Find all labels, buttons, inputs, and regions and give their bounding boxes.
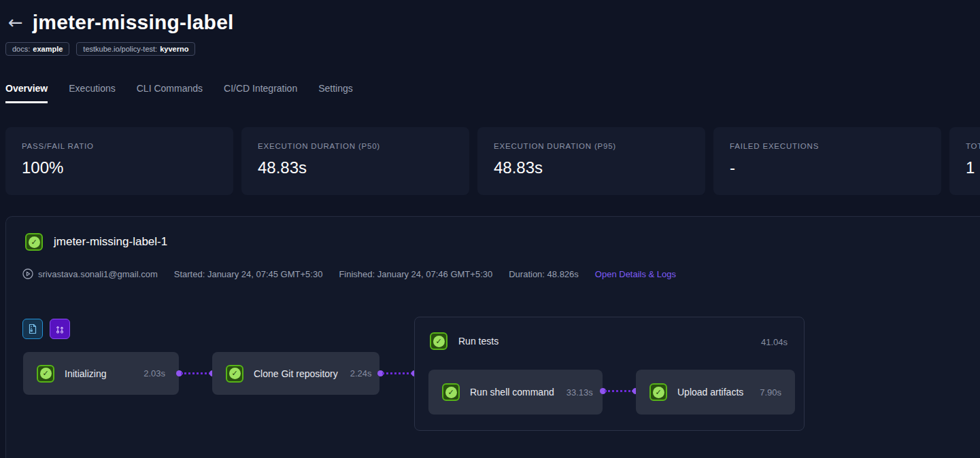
git-compare-icon xyxy=(54,323,65,334)
status-success-icon: ✓ xyxy=(430,332,447,350)
step-label: Clone Git repository xyxy=(254,368,338,379)
label-value: kyverno xyxy=(160,45,188,53)
workflow-step-run-shell-command[interactable]: ✓ Run shell command 33.13s xyxy=(428,370,603,415)
check-icon: ✓ xyxy=(445,387,457,398)
check-icon: ✓ xyxy=(653,387,664,398)
metric-label: FAILED EXECUTIONS xyxy=(730,142,925,150)
step-duration: 2.03s xyxy=(131,368,165,378)
status-success-icon: ✓ xyxy=(442,383,460,401)
latest-execution-panel: ✓ jmeter-missing-label-1 srivastava.sona… xyxy=(5,216,980,458)
tab-cli-commands[interactable]: CLI Commands xyxy=(137,83,203,103)
play-circle-icon xyxy=(22,268,33,279)
tab-bar: Overview Executions CLI Commands CI/CD I… xyxy=(0,56,980,103)
metric-value: - xyxy=(730,158,925,177)
back-arrow-icon: ← xyxy=(8,12,23,33)
runner-email: srivastava.sonali1@gmail.com xyxy=(38,269,158,279)
metric-value: 1 xyxy=(966,158,980,177)
step-label: Upload artifacts xyxy=(677,387,743,398)
group-header-run-tests[interactable]: ✓ Run tests xyxy=(430,332,499,350)
step-connector xyxy=(176,370,216,377)
metric-label: PASS/FAIL RATIO xyxy=(22,142,217,150)
check-icon: ✓ xyxy=(40,368,52,379)
workflow-group-run-tests: ✓ Run tests 41.04s ✓ Run shell command 3… xyxy=(414,317,805,431)
metric-card-failed-executions: FAILED EXECUTIONS - xyxy=(713,127,941,195)
status-success-icon: ✓ xyxy=(226,365,243,383)
connector-line xyxy=(181,372,211,374)
status-success-icon: ✓ xyxy=(37,365,54,383)
check-icon: ✓ xyxy=(433,336,445,347)
page-header: ← jmeter-missing-label xyxy=(0,0,980,34)
execution-started: Started: January 24, 07:45 GMT+5:30 xyxy=(174,269,323,279)
metric-label: EXECUTION DURATION (P50) xyxy=(258,142,453,150)
tab-cicd-integration[interactable]: CI/CD Integration xyxy=(224,83,297,103)
check-icon: ✓ xyxy=(29,236,40,248)
metric-label: EXECUTION DURATION (P95) xyxy=(494,142,689,150)
group-label: Run tests xyxy=(458,336,499,347)
execution-header: ✓ jmeter-missing-label-1 xyxy=(25,233,167,251)
test-details-page: { "colors": { "accent_purple": "#7c5cf6"… xyxy=(0,0,980,458)
label-badge-docs: docs: example xyxy=(5,42,69,56)
label-badge-policy-test: testkube.io/policy-test: kyverno xyxy=(76,42,195,56)
workflow-step-initializing[interactable]: ✓ Initializing 2.03s xyxy=(23,352,179,395)
check-icon: ✓ xyxy=(229,368,241,379)
step-label: Initializing xyxy=(65,368,106,379)
back-button[interactable]: ← xyxy=(7,14,24,31)
execution-finished: Finished: January 24, 07:46 GMT+5:30 xyxy=(339,269,492,279)
metric-value: 100% xyxy=(22,158,217,177)
metric-card-pass-fail-ratio: PASS/FAIL RATIO 100% xyxy=(5,127,233,195)
page-title: jmeter-missing-label xyxy=(33,11,234,34)
step-duration: 2.24s xyxy=(338,368,372,378)
metric-value: 48.83s xyxy=(494,158,689,177)
tab-settings[interactable]: Settings xyxy=(318,83,353,103)
connector-line xyxy=(605,390,634,392)
connector-line xyxy=(382,372,413,374)
tab-executions[interactable]: Executions xyxy=(69,83,115,103)
zip-file-icon xyxy=(27,323,38,334)
metric-card-duration-p50: EXECUTION DURATION (P50) 48.83s xyxy=(241,127,469,195)
tab-overview[interactable]: Overview xyxy=(5,83,48,103)
commit-compare-button[interactable] xyxy=(50,319,70,339)
workflow-step-clone-git-repository[interactable]: ✓ Clone Git repository 2.24s xyxy=(212,352,379,395)
workflow-toolbar xyxy=(22,319,70,339)
metric-card-total-executions: TOTAL EXECUTIONS 1 xyxy=(949,127,980,195)
metric-value: 48.83s xyxy=(258,158,453,177)
step-connector xyxy=(377,370,418,377)
labels-row: docs: example testkube.io/policy-test: k… xyxy=(0,34,980,56)
label-key: testkube.io/policy-test: xyxy=(83,45,157,53)
step-label: Run shell command xyxy=(470,387,554,398)
label-key: docs: xyxy=(12,45,30,53)
execution-runner: srivastava.sonali1@gmail.com xyxy=(22,268,158,279)
label-value: example xyxy=(33,45,63,53)
step-duration: 7.90s xyxy=(747,387,781,398)
status-success-icon: ✓ xyxy=(649,383,667,401)
execution-metadata: srivastava.sonali1@gmail.com Started: Ja… xyxy=(22,268,676,279)
execution-name: jmeter-missing-label-1 xyxy=(54,235,167,249)
open-details-logs-link[interactable]: Open Details & Logs xyxy=(595,269,676,279)
step-connector xyxy=(600,387,639,395)
metric-label: TOTAL EXECUTIONS xyxy=(966,142,980,150)
workflow-step-upload-artifacts[interactable]: ✓ Upload artifacts 7.90s xyxy=(636,370,795,415)
metrics-row: PASS/FAIL RATIO 100% EXECUTION DURATION … xyxy=(0,103,980,195)
group-duration: 41.04s xyxy=(761,337,788,347)
artifacts-button[interactable] xyxy=(22,319,43,339)
step-duration: 33.13s xyxy=(554,387,593,398)
execution-duration: Duration: 48.826s xyxy=(509,269,579,279)
status-success-icon: ✓ xyxy=(25,233,43,251)
metric-card-duration-p95: EXECUTION DURATION (P95) 48.83s xyxy=(477,127,705,195)
